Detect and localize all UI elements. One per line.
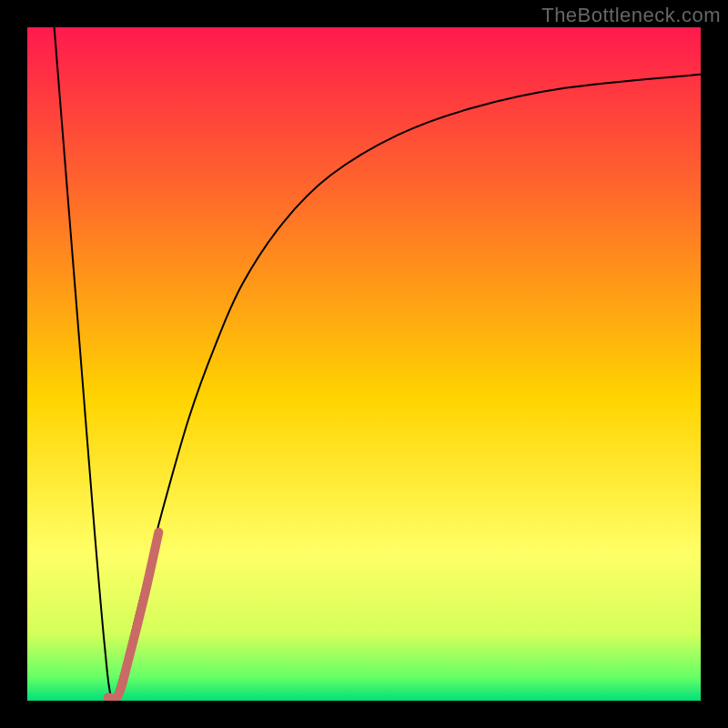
- bottleneck-chart: [27, 27, 701, 701]
- plot-area: [27, 27, 701, 701]
- chart-frame: TheBottleneck.com: [0, 0, 728, 728]
- watermark-text: TheBottleneck.com: [541, 4, 721, 27]
- gradient-background: [27, 27, 701, 701]
